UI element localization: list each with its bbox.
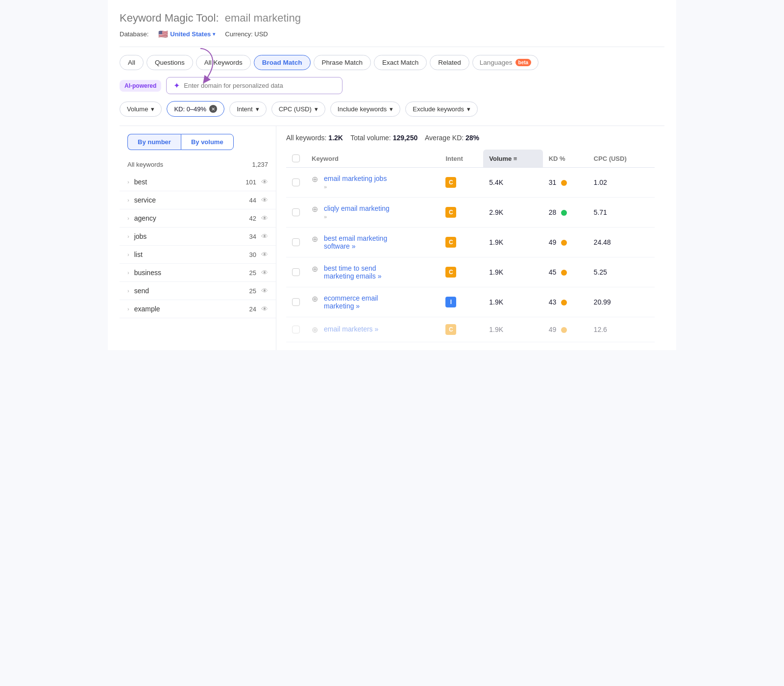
keyword-link[interactable]: email marketers » bbox=[324, 325, 378, 333]
select-all-checkbox[interactable] bbox=[292, 154, 300, 162]
avg-kd-value: 28% bbox=[466, 134, 479, 142]
chevron-right-icon: › bbox=[127, 197, 129, 203]
tab-languages[interactable]: Languages beta bbox=[472, 55, 539, 70]
cpc-cell: 5.25 bbox=[588, 257, 655, 287]
add-icon[interactable]: ⊕ bbox=[312, 234, 318, 244]
keyword-link[interactable]: best time to sendmarketing emails » bbox=[324, 264, 382, 280]
add-icon[interactable]: ⊕ bbox=[312, 325, 318, 334]
eye-icon[interactable]: 👁 bbox=[261, 196, 268, 204]
column-keyword: Keyword bbox=[306, 150, 440, 168]
chevron-down-icon: ▾ bbox=[151, 105, 154, 113]
sidebar-header-count: 1,237 bbox=[252, 161, 268, 168]
sidebar-item-send[interactable]: › send 25 👁 bbox=[120, 282, 276, 300]
intent-cell: C bbox=[440, 228, 483, 257]
eye-icon[interactable]: 👁 bbox=[261, 178, 268, 186]
content-area: All keywords: 1.2K Total volume: 129,250… bbox=[276, 126, 664, 350]
tab-phrase-match[interactable]: Phrase Match bbox=[314, 55, 371, 70]
table-row: ⊕ cliqly email marketing » C 2.9K bbox=[286, 198, 655, 228]
kd-dot bbox=[561, 210, 567, 216]
keyword-link[interactable]: ecommerce emailmarketing » bbox=[324, 294, 378, 310]
volume-cell: 1.9K bbox=[483, 257, 542, 287]
intent-filter[interactable]: Intent ▾ bbox=[229, 102, 267, 117]
row-checkbox[interactable] bbox=[292, 238, 300, 246]
column-kd: KD % bbox=[543, 150, 588, 168]
include-filter-label: Include keywords bbox=[338, 105, 387, 113]
tab-exact-match[interactable]: Exact Match bbox=[374, 55, 427, 70]
sidebar-item-label: best bbox=[134, 178, 246, 186]
kd-dot bbox=[561, 240, 567, 246]
add-icon[interactable]: ⊕ bbox=[312, 204, 318, 214]
keyword-link[interactable]: cliqly email marketing bbox=[324, 204, 390, 212]
keyword-link[interactable]: best email marketingsoftware » bbox=[324, 234, 387, 250]
toggle-by-volume[interactable]: By volume bbox=[181, 134, 234, 150]
eye-icon[interactable]: 👁 bbox=[261, 251, 268, 258]
add-icon[interactable]: ⊕ bbox=[312, 175, 318, 184]
column-checkbox bbox=[286, 150, 306, 168]
kd-cell: 31 bbox=[543, 168, 588, 198]
keyword-cell: ⊕ cliqly email marketing » bbox=[306, 198, 440, 228]
flag-icon: 🇺🇸 bbox=[158, 29, 168, 39]
intent-cell: C bbox=[440, 317, 483, 342]
eye-icon[interactable]: 👁 bbox=[261, 214, 268, 222]
intent-badge: C bbox=[445, 267, 456, 278]
sidebar-item-list[interactable]: › list 30 👁 bbox=[120, 246, 276, 264]
row-checkbox[interactable] bbox=[292, 268, 300, 276]
intent-badge: I bbox=[445, 297, 456, 307]
sidebar: By number By volume All keywords 1,237 ›… bbox=[120, 126, 276, 350]
kd-filter[interactable]: KD: 0–49% ✕ bbox=[167, 101, 224, 117]
cpc-cell: 1.02 bbox=[588, 168, 655, 198]
beta-badge: beta bbox=[515, 59, 532, 66]
sidebar-item-count: 34 bbox=[249, 233, 256, 240]
table-row: ⊕ best time to sendmarketing emails » C … bbox=[286, 257, 655, 287]
ai-badge: AI-powered bbox=[120, 80, 161, 92]
kd-dot bbox=[561, 327, 567, 333]
add-icon[interactable]: ⊕ bbox=[312, 264, 318, 274]
chevron-down-icon: ▾ bbox=[315, 105, 318, 113]
sidebar-item-service[interactable]: › service 44 👁 bbox=[120, 191, 276, 209]
tab-all[interactable]: All bbox=[120, 55, 144, 70]
exclude-keywords-filter[interactable]: Exclude keywords ▾ bbox=[405, 102, 478, 117]
row-checkbox[interactable] bbox=[292, 208, 300, 216]
sidebar-item-best[interactable]: › best 101 👁 bbox=[120, 173, 276, 191]
tab-related[interactable]: Related bbox=[430, 55, 469, 70]
keyword-link[interactable]: email marketing jobs bbox=[324, 175, 387, 182]
total-volume-label: Total volume: bbox=[350, 134, 391, 142]
eye-icon[interactable]: 👁 bbox=[261, 305, 268, 313]
toggle-by-number[interactable]: By number bbox=[127, 134, 181, 150]
all-keywords-value: 1.2K bbox=[328, 134, 343, 142]
sidebar-item-jobs[interactable]: › jobs 34 👁 bbox=[120, 228, 276, 246]
row-checkbox[interactable] bbox=[292, 326, 300, 333]
include-keywords-filter[interactable]: Include keywords ▾ bbox=[330, 102, 400, 117]
add-icon[interactable]: ⊕ bbox=[312, 294, 318, 304]
database-link[interactable]: 🇺🇸 United States ▾ bbox=[158, 29, 215, 39]
column-intent: Intent bbox=[440, 150, 483, 168]
exclude-filter-label: Exclude keywords bbox=[413, 105, 464, 113]
row-checkbox[interactable] bbox=[292, 298, 300, 306]
volume-cell: 5.4K bbox=[483, 168, 542, 198]
cpc-filter[interactable]: CPC (USD) ▾ bbox=[271, 102, 325, 117]
volume-filter[interactable]: Volume ▾ bbox=[120, 102, 162, 117]
domain-input[interactable] bbox=[184, 82, 335, 89]
sidebar-item-count: 42 bbox=[249, 215, 256, 222]
cpc-cell: 20.99 bbox=[588, 287, 655, 317]
eye-icon[interactable]: 👁 bbox=[261, 232, 268, 240]
sidebar-item-agency[interactable]: › agency 42 👁 bbox=[120, 209, 276, 228]
stats-row: All keywords: 1.2K Total volume: 129,250… bbox=[286, 134, 655, 142]
row-checkbox[interactable] bbox=[292, 178, 300, 186]
sidebar-item-example[interactable]: › example 24 👁 bbox=[120, 300, 276, 318]
tab-questions[interactable]: Questions bbox=[147, 55, 193, 70]
kd-dot bbox=[561, 270, 567, 276]
eye-icon[interactable]: 👁 bbox=[261, 287, 268, 295]
sidebar-item-count: 25 bbox=[249, 287, 256, 295]
sidebar-item-label: send bbox=[134, 287, 249, 295]
tab-broad-match[interactable]: Broad Match bbox=[254, 55, 311, 70]
column-volume[interactable]: Volume ≡ bbox=[483, 150, 542, 168]
kd-filter-close[interactable]: ✕ bbox=[209, 105, 217, 113]
ai-input-wrapper[interactable]: ✦ bbox=[166, 77, 343, 94]
sidebar-item-business[interactable]: › business 25 👁 bbox=[120, 264, 276, 282]
row-arrows-icon: » bbox=[324, 214, 327, 220]
intent-cell: C bbox=[440, 257, 483, 287]
page-title: Keyword Magic Tool: email marketing bbox=[120, 12, 664, 25]
eye-icon[interactable]: 👁 bbox=[261, 269, 268, 277]
tab-all-keywords[interactable]: All Keywords bbox=[196, 55, 251, 70]
